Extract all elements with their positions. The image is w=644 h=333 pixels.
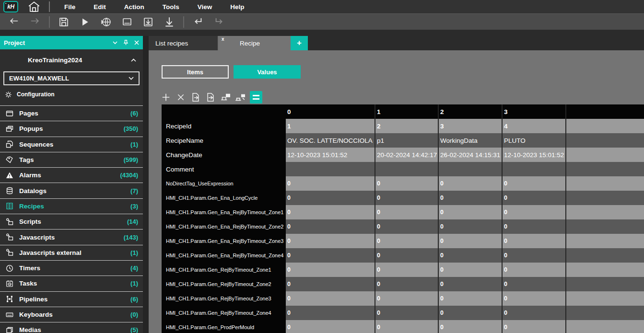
sidebar-item-scripts[interactable]: Scripts(14): [0, 214, 143, 230]
value-cell[interactable]: 0: [503, 191, 566, 205]
sidebar-item-alarms[interactable]: Alarms(4304): [0, 168, 143, 183]
value-cell[interactable]: 0: [503, 248, 566, 263]
menu-item-edit[interactable]: Edit: [94, 3, 106, 11]
value-cell[interactable]: 0: [439, 320, 503, 333]
value-cell[interactable]: 0: [503, 291, 566, 306]
value-cell[interactable]: 2: [375, 119, 439, 133]
value-cell[interactable]: 12-10-2023 15:01:52: [286, 148, 375, 162]
tab-recipe[interactable]: xRecipe: [219, 36, 291, 50]
value-cell[interactable]: 26-02-2024 14:15:31: [439, 148, 503, 162]
value-cell[interactable]: 0: [503, 277, 566, 291]
value-cell[interactable]: 0: [286, 263, 375, 277]
undo-icon[interactable]: [191, 15, 205, 29]
value-cell[interactable]: 0: [503, 263, 566, 277]
close-panel-icon[interactable]: [134, 40, 139, 45]
back-arrow-icon[interactable]: [7, 15, 21, 29]
value-cell[interactable]: 0: [439, 306, 503, 320]
sidebar-item-tags[interactable]: Tags(599): [0, 152, 143, 168]
list-view-toggle-icon[interactable]: [250, 91, 262, 103]
sidebar-item-datalogs[interactable]: Datalogs(7): [0, 183, 143, 198]
value-cell[interactable]: 0: [286, 205, 375, 219]
value-cell[interactable]: 3: [439, 119, 503, 133]
redo-icon[interactable]: [212, 15, 226, 29]
write-device-icon[interactable]: [220, 92, 231, 103]
value-cell[interactable]: 0: [286, 176, 375, 191]
value-cell[interactable]: 0: [439, 248, 503, 263]
device-selector[interactable]: EW410N_MAXWELL: [3, 71, 140, 85]
value-cell[interactable]: 0: [503, 306, 566, 320]
value-cell[interactable]: 0: [286, 248, 375, 263]
column-header[interactable]: 1: [375, 104, 439, 119]
sidebar-item-javascripts-external[interactable]: Javascripts external(1): [0, 245, 143, 261]
value-cell[interactable]: [503, 162, 566, 176]
value-cell[interactable]: WorkingData: [439, 133, 503, 148]
menu-item-help[interactable]: Help: [230, 3, 244, 11]
value-cell[interactable]: 0: [439, 191, 503, 205]
save-icon[interactable]: [57, 15, 71, 29]
add-icon[interactable]: [161, 92, 171, 103]
value-cell[interactable]: 0: [439, 277, 503, 291]
sidebar-item-medias[interactable]: Medias(5): [0, 322, 143, 333]
sidebar-item-pipelines[interactable]: Pipelines(6): [0, 292, 143, 307]
column-header[interactable]: 3: [503, 104, 566, 119]
value-cell[interactable]: 20-02-2024 14:42:17: [375, 148, 439, 162]
value-cell[interactable]: 0: [503, 320, 566, 333]
value-cell[interactable]: 0: [503, 205, 566, 219]
value-cell[interactable]: 0: [375, 191, 439, 205]
value-cell[interactable]: 0: [375, 263, 439, 277]
value-cell[interactable]: OV. SOC. LATTE/NOCCIOLA: [286, 133, 375, 148]
value-cell[interactable]: 0: [286, 219, 375, 234]
delete-icon[interactable]: [176, 92, 186, 103]
value-cell[interactable]: 0: [286, 291, 375, 306]
value-cell[interactable]: 0: [375, 248, 439, 263]
value-cell[interactable]: 0: [503, 234, 566, 248]
value-cell[interactable]: 0: [286, 234, 375, 248]
menu-item-tools[interactable]: Tools: [163, 3, 179, 11]
forward-arrow-icon[interactable]: [28, 15, 42, 29]
value-cell[interactable]: 0: [503, 219, 566, 234]
sidebar-item-timers[interactable]: Timers(4): [0, 261, 143, 276]
app-logo-icon[interactable]: ▪kH: [3, 1, 18, 12]
value-cell[interactable]: 0: [439, 263, 503, 277]
value-cell[interactable]: 0: [286, 320, 375, 333]
run-icon[interactable]: [78, 15, 92, 29]
value-cell[interactable]: 0: [375, 205, 439, 219]
value-cell[interactable]: PLUTO: [503, 133, 566, 148]
simulator-icon[interactable]: [120, 15, 134, 29]
import-package-icon[interactable]: [141, 15, 155, 29]
menu-item-view[interactable]: View: [198, 3, 212, 11]
new-tab-button[interactable]: +: [291, 36, 308, 50]
column-header[interactable]: 0: [286, 104, 375, 119]
value-cell[interactable]: 1: [286, 119, 375, 133]
value-cell[interactable]: 4: [503, 119, 566, 133]
value-cell[interactable]: 0: [375, 277, 439, 291]
value-cell[interactable]: 0: [439, 291, 503, 306]
home-icon[interactable]: [26, 0, 42, 13]
sidebar-item-javascripts[interactable]: Javascripts(143): [0, 230, 143, 245]
value-cell[interactable]: 0: [503, 176, 566, 191]
tab-list-recipes[interactable]: List recipes: [149, 36, 219, 50]
value-cell[interactable]: [439, 162, 503, 176]
value-cell[interactable]: 0: [375, 234, 439, 248]
value-cell[interactable]: [375, 162, 439, 176]
value-cell[interactable]: [286, 162, 375, 176]
items-button[interactable]: Items: [162, 65, 229, 79]
download-icon[interactable]: [162, 15, 176, 29]
pin-icon[interactable]: [123, 40, 129, 46]
sidebar-item-sequences[interactable]: Sequences(1): [0, 137, 143, 152]
read-device-icon[interactable]: [235, 92, 246, 103]
sidebar-item-recipes[interactable]: Recipes(3): [0, 199, 143, 214]
value-cell[interactable]: 0: [375, 219, 439, 234]
value-cell[interactable]: 0: [286, 191, 375, 205]
value-cell[interactable]: 0: [286, 277, 375, 291]
export-file-icon[interactable]: [190, 92, 201, 103]
import-file-icon[interactable]: [205, 92, 216, 103]
sidebar-item-keyboards[interactable]: Keyboards(0): [0, 307, 143, 322]
value-cell[interactable]: 0: [375, 176, 439, 191]
value-cell[interactable]: 0: [286, 306, 375, 320]
value-cell[interactable]: 0: [439, 234, 503, 248]
menu-item-file[interactable]: File: [64, 3, 75, 11]
sidebar-scroll-strip[interactable]: [143, 36, 149, 333]
project-root-node[interactable]: KreoTraining2024: [0, 52, 143, 68]
value-cell[interactable]: 0: [439, 176, 503, 191]
